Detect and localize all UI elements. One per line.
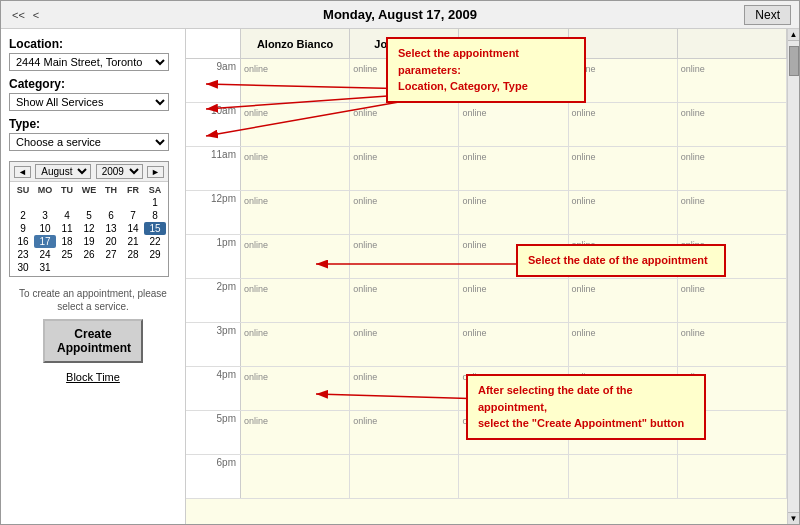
cal-day-8[interactable]: 8 [144,209,166,222]
cal-cell-12pm-3[interactable]: online [459,191,568,234]
cal-cell-12pm-1[interactable]: online [241,191,350,234]
cal-cell-5pm-4[interactable]: online [569,411,678,454]
cal-day-10[interactable]: 10 [34,222,56,235]
cal-day-empty [100,196,122,209]
next-button[interactable]: Next [744,5,791,25]
cal-cell-9am-2[interactable]: online [350,59,459,102]
cal-day-23[interactable]: 23 [12,248,34,261]
time-label-4pm: 4pm [186,367,241,410]
cal-cell-6pm-1[interactable] [241,455,350,498]
cal-cell-11am-3[interactable]: online [459,147,568,190]
cal-day-3[interactable]: 3 [34,209,56,222]
cal-cell-1pm-4[interactable]: online [569,235,678,278]
cal-cell-5pm-5[interactable]: online [678,411,787,454]
nav-first-btn[interactable]: << [9,8,28,22]
cal-day-26[interactable]: 26 [78,248,100,261]
cal-cell-2pm-4[interactable]: online [569,279,678,322]
cal-cell-1pm-1[interactable]: online [241,235,350,278]
type-select[interactable]: Choose a service [9,133,169,151]
cal-day-14[interactable]: 14 [122,222,144,235]
cal-cell-6pm-3[interactable] [459,455,568,498]
cal-day-15[interactable]: 15 [144,222,166,235]
right-section: Alonzo Bianco John Smith 9am online onli… [186,29,799,524]
cal-cell-12pm-2[interactable]: online [350,191,459,234]
cal-cell-10am-2[interactable]: online [350,103,459,146]
cal-cell-12pm-4[interactable]: online [569,191,678,234]
cal-day-5[interactable]: 5 [78,209,100,222]
cal-cell-3pm-4[interactable]: online [569,323,678,366]
cal-cell-4pm-2[interactable]: online [350,367,459,410]
cal-cell-11am-5[interactable]: online [678,147,787,190]
cal-cell-9am-1[interactable]: online [241,59,350,102]
cal-cell-9am-5[interactable]: online [678,59,787,102]
category-select[interactable]: Show All Services [9,93,169,111]
cal-cell-11am-4[interactable]: online [569,147,678,190]
cal-day-17[interactable]: 17 [34,235,56,248]
cal-day-21[interactable]: 21 [122,235,144,248]
cal-cell-10am-3[interactable]: online [459,103,568,146]
cal-cell-6pm-2[interactable] [350,455,459,498]
cal-day-28[interactable]: 28 [122,248,144,261]
year-select[interactable]: 2009 [96,164,143,179]
cal-next-btn[interactable]: ► [147,166,164,178]
cal-cell-1pm-5[interactable]: online [678,235,787,278]
cal-cell-3pm-2[interactable]: online [350,323,459,366]
create-appointment-button[interactable]: Create Appointment [43,319,143,363]
cal-cell-2pm-3[interactable]: online [459,279,568,322]
cal-cell-4pm-1[interactable]: online [241,367,350,410]
cal-day-19[interactable]: 19 [78,235,100,248]
cal-day-31[interactable]: 31 [34,261,56,274]
block-time-link[interactable]: Block Time [9,371,177,383]
cal-cell-3pm-1[interactable]: online [241,323,350,366]
cal-day-12[interactable]: 12 [78,222,100,235]
cal-day-7[interactable]: 7 [122,209,144,222]
cal-cell-1pm-3[interactable]: online [459,235,568,278]
cal-day-22[interactable]: 22 [144,235,166,248]
month-select[interactable]: August [35,164,91,179]
cal-cell-2pm-1[interactable]: online [241,279,350,322]
cal-prev-btn[interactable]: ◄ [14,166,31,178]
cal-cell-2pm-2[interactable]: online [350,279,459,322]
cal-cell-9am-3[interactable]: online [459,59,568,102]
cal-cell-5pm-3[interactable]: online [459,411,568,454]
cal-cell-4pm-4[interactable]: online [569,367,678,410]
cal-cell-11am-1[interactable]: online [241,147,350,190]
cal-cell-10am-4[interactable]: online [569,103,678,146]
cal-cell-1pm-2[interactable]: online [350,235,459,278]
cal-cell-2pm-5[interactable]: online [678,279,787,322]
cal-cell-6pm-5[interactable] [678,455,787,498]
cal-cell-6pm-4[interactable] [569,455,678,498]
cal-day-18[interactable]: 18 [56,235,78,248]
cal-day-30[interactable]: 30 [12,261,34,274]
cal-day-9[interactable]: 9 [12,222,34,235]
scrollbar[interactable]: ▲ ▼ [787,29,799,524]
cal-cell-3pm-3[interactable]: online [459,323,568,366]
cal-day-13[interactable]: 13 [100,222,122,235]
scroll-thumb[interactable] [789,46,799,76]
cal-cell-4pm-3[interactable]: online [459,367,568,410]
cal-cell-11am-2[interactable]: online [350,147,459,190]
nav-prev-btn[interactable]: < [30,8,42,22]
cal-cell-5pm-1[interactable]: online [241,411,350,454]
cal-cell-12pm-5[interactable]: online [678,191,787,234]
staff-header-1: Alonzo Bianco [241,29,350,58]
cal-cell-9am-4[interactable]: online [569,59,678,102]
cal-day-29[interactable]: 29 [144,248,166,261]
cal-day-24[interactable]: 24 [34,248,56,261]
cal-day-2[interactable]: 2 [12,209,34,222]
cal-cell-10am-1[interactable]: online [241,103,350,146]
cal-cell-3pm-5[interactable]: online [678,323,787,366]
cal-day-27[interactable]: 27 [100,248,122,261]
cal-day-1[interactable]: 1 [144,196,166,209]
cal-day-20[interactable]: 20 [100,235,122,248]
cal-day-empty [34,196,56,209]
cal-cell-4pm-5[interactable]: online [678,367,787,410]
cal-day-25[interactable]: 25 [56,248,78,261]
cal-cell-5pm-2[interactable]: online [350,411,459,454]
cal-day-16[interactable]: 16 [12,235,34,248]
cal-cell-10am-5[interactable]: online [678,103,787,146]
cal-day-4[interactable]: 4 [56,209,78,222]
cal-day-11[interactable]: 11 [56,222,78,235]
cal-day-6[interactable]: 6 [100,209,122,222]
location-select[interactable]: 2444 Main Street, Toronto [9,53,169,71]
